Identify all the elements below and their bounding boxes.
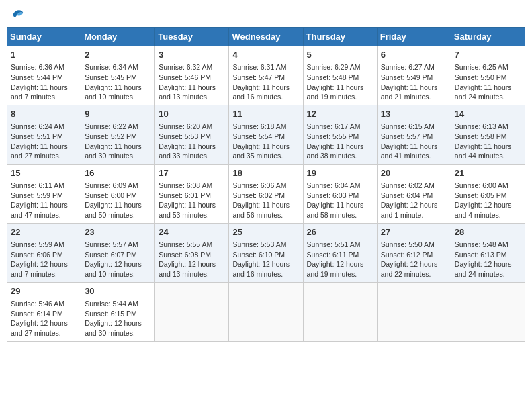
cell-content: Sunrise: 6:15 AMSunset: 5:57 PMDaylight:… bbox=[381, 122, 447, 161]
cell-content: Sunrise: 6:13 AMSunset: 5:58 PMDaylight:… bbox=[455, 122, 521, 161]
cell-content: Sunrise: 6:32 AMSunset: 5:46 PMDaylight:… bbox=[159, 62, 225, 102]
day-number: 17 bbox=[159, 167, 225, 179]
cell-content: Sunrise: 6:34 AMSunset: 5:45 PMDaylight:… bbox=[85, 62, 151, 102]
day-number: 15 bbox=[11, 167, 77, 179]
day-number: 11 bbox=[232, 108, 299, 120]
calendar-cell bbox=[155, 282, 229, 341]
calendar-week-row: 8Sunrise: 6:24 AMSunset: 5:51 PMDaylight… bbox=[7, 105, 525, 164]
day-number: 26 bbox=[307, 226, 373, 238]
cell-content: Sunrise: 6:24 AMSunset: 5:51 PMDaylight:… bbox=[11, 122, 77, 161]
day-of-week-header: Thursday bbox=[303, 28, 377, 46]
cell-content: Sunrise: 6:02 AMSunset: 6:04 PMDaylight:… bbox=[381, 181, 447, 220]
day-number: 7 bbox=[455, 49, 521, 61]
calendar-week-row: 29Sunrise: 5:46 AMSunset: 6:14 PMDayligh… bbox=[7, 282, 525, 341]
day-number: 5 bbox=[307, 49, 373, 61]
cell-content: Sunrise: 6:04 AMSunset: 6:03 PMDaylight:… bbox=[307, 181, 373, 220]
day-number: 12 bbox=[307, 108, 373, 120]
cell-content: Sunrise: 6:17 AMSunset: 5:55 PMDaylight:… bbox=[307, 122, 373, 161]
day-number: 23 bbox=[85, 226, 151, 238]
cell-content: Sunrise: 6:06 AMSunset: 6:02 PMDaylight:… bbox=[232, 181, 299, 220]
calendar-table: SundayMondayTuesdayWednesdayThursdayFrid… bbox=[7, 27, 525, 342]
calendar-cell: 21Sunrise: 6:00 AMSunset: 6:05 PMDayligh… bbox=[451, 164, 525, 223]
calendar-cell: 30Sunrise: 5:44 AMSunset: 6:15 PMDayligh… bbox=[81, 282, 155, 341]
cell-content: Sunrise: 5:55 AMSunset: 6:08 PMDaylight:… bbox=[159, 240, 225, 279]
calendar-cell bbox=[377, 282, 451, 341]
calendar-cell: 16Sunrise: 6:09 AMSunset: 6:00 PMDayligh… bbox=[81, 164, 155, 223]
calendar-week-row: 22Sunrise: 5:59 AMSunset: 6:06 PMDayligh… bbox=[7, 223, 525, 282]
cell-content: Sunrise: 5:48 AMSunset: 6:13 PMDaylight:… bbox=[455, 240, 521, 279]
calendar-cell: 23Sunrise: 5:57 AMSunset: 6:07 PMDayligh… bbox=[81, 223, 155, 282]
cell-content: Sunrise: 6:20 AMSunset: 5:53 PMDaylight:… bbox=[159, 122, 225, 161]
cell-content: Sunrise: 5:53 AMSunset: 6:10 PMDaylight:… bbox=[232, 240, 299, 279]
calendar-cell: 12Sunrise: 6:17 AMSunset: 5:55 PMDayligh… bbox=[303, 105, 377, 164]
calendar-cell: 19Sunrise: 6:04 AMSunset: 6:03 PMDayligh… bbox=[303, 164, 377, 223]
calendar-cell: 2Sunrise: 6:34 AMSunset: 5:45 PMDaylight… bbox=[81, 46, 155, 105]
calendar-cell: 7Sunrise: 6:25 AMSunset: 5:50 PMDaylight… bbox=[451, 46, 525, 105]
calendar-cell: 29Sunrise: 5:46 AMSunset: 6:14 PMDayligh… bbox=[7, 282, 81, 341]
calendar-cell: 13Sunrise: 6:15 AMSunset: 5:57 PMDayligh… bbox=[377, 105, 451, 164]
cell-content: Sunrise: 5:51 AMSunset: 6:11 PMDaylight:… bbox=[307, 240, 373, 279]
day-number: 10 bbox=[159, 108, 225, 120]
day-of-week-header: Tuesday bbox=[155, 28, 229, 46]
day-of-week-header: Wednesday bbox=[229, 28, 303, 46]
cell-content: Sunrise: 6:29 AMSunset: 5:48 PMDaylight:… bbox=[307, 62, 373, 102]
day-number: 20 bbox=[381, 167, 447, 179]
day-number: 16 bbox=[85, 167, 151, 179]
cell-content: Sunrise: 6:11 AMSunset: 5:59 PMDaylight:… bbox=[11, 181, 77, 220]
calendar-cell: 24Sunrise: 5:55 AMSunset: 6:08 PMDayligh… bbox=[155, 223, 229, 282]
day-number: 3 bbox=[159, 49, 225, 61]
page-header bbox=[7, 7, 525, 21]
day-number: 9 bbox=[85, 108, 151, 120]
cell-content: Sunrise: 6:08 AMSunset: 6:01 PMDaylight:… bbox=[159, 181, 225, 220]
day-number: 18 bbox=[232, 167, 299, 179]
day-number: 19 bbox=[307, 167, 373, 179]
day-number: 2 bbox=[85, 49, 151, 61]
cell-content: Sunrise: 6:09 AMSunset: 6:00 PMDaylight:… bbox=[85, 181, 151, 220]
day-number: 25 bbox=[232, 226, 299, 238]
calendar-cell: 1Sunrise: 6:36 AMSunset: 5:44 PMDaylight… bbox=[7, 46, 81, 105]
cell-content: Sunrise: 5:46 AMSunset: 6:14 PMDaylight:… bbox=[11, 299, 77, 338]
day-number: 6 bbox=[381, 49, 447, 61]
cell-content: Sunrise: 6:00 AMSunset: 6:05 PMDaylight:… bbox=[455, 181, 521, 220]
calendar-week-row: 1Sunrise: 6:36 AMSunset: 5:44 PMDaylight… bbox=[7, 46, 525, 105]
day-number: 1 bbox=[11, 49, 77, 61]
day-of-week-header: Sunday bbox=[7, 28, 81, 46]
calendar-cell: 8Sunrise: 6:24 AMSunset: 5:51 PMDaylight… bbox=[7, 105, 81, 164]
calendar-cell bbox=[229, 282, 303, 341]
day-number: 27 bbox=[381, 226, 447, 238]
calendar-cell: 15Sunrise: 6:11 AMSunset: 5:59 PMDayligh… bbox=[7, 164, 81, 223]
cell-content: Sunrise: 5:59 AMSunset: 6:06 PMDaylight:… bbox=[11, 240, 77, 279]
calendar-header-row: SundayMondayTuesdayWednesdayThursdayFrid… bbox=[7, 28, 525, 46]
calendar-week-row: 15Sunrise: 6:11 AMSunset: 5:59 PMDayligh… bbox=[7, 164, 525, 223]
cell-content: Sunrise: 6:31 AMSunset: 5:47 PMDaylight:… bbox=[232, 62, 299, 102]
cell-content: Sunrise: 6:25 AMSunset: 5:50 PMDaylight:… bbox=[455, 62, 521, 102]
calendar-cell: 28Sunrise: 5:48 AMSunset: 6:13 PMDayligh… bbox=[451, 223, 525, 282]
calendar-cell: 6Sunrise: 6:27 AMSunset: 5:49 PMDaylight… bbox=[377, 46, 451, 105]
day-number: 8 bbox=[11, 108, 77, 120]
day-of-week-header: Saturday bbox=[451, 28, 525, 46]
cell-content: Sunrise: 6:18 AMSunset: 5:54 PMDaylight:… bbox=[232, 122, 299, 161]
calendar-cell bbox=[451, 282, 525, 341]
day-number: 22 bbox=[11, 226, 77, 238]
calendar-cell: 20Sunrise: 6:02 AMSunset: 6:04 PMDayligh… bbox=[377, 164, 451, 223]
calendar-cell bbox=[303, 282, 377, 341]
cell-content: Sunrise: 6:27 AMSunset: 5:49 PMDaylight:… bbox=[381, 62, 447, 102]
cell-content: Sunrise: 6:22 AMSunset: 5:52 PMDaylight:… bbox=[85, 122, 151, 161]
day-of-week-header: Friday bbox=[377, 28, 451, 46]
calendar-cell: 10Sunrise: 6:20 AMSunset: 5:53 PMDayligh… bbox=[155, 105, 229, 164]
calendar-cell: 22Sunrise: 5:59 AMSunset: 6:06 PMDayligh… bbox=[7, 223, 81, 282]
day-number: 30 bbox=[85, 285, 151, 298]
logo bbox=[9, 7, 26, 21]
calendar-cell: 11Sunrise: 6:18 AMSunset: 5:54 PMDayligh… bbox=[229, 105, 303, 164]
day-of-week-header: Monday bbox=[81, 28, 155, 46]
logo-bird-icon bbox=[11, 7, 26, 21]
day-number: 4 bbox=[232, 49, 299, 61]
day-number: 28 bbox=[455, 226, 521, 238]
day-number: 13 bbox=[381, 108, 447, 120]
calendar-cell: 14Sunrise: 6:13 AMSunset: 5:58 PMDayligh… bbox=[451, 105, 525, 164]
calendar-cell: 27Sunrise: 5:50 AMSunset: 6:12 PMDayligh… bbox=[377, 223, 451, 282]
calendar-cell: 25Sunrise: 5:53 AMSunset: 6:10 PMDayligh… bbox=[229, 223, 303, 282]
calendar-cell: 4Sunrise: 6:31 AMSunset: 5:47 PMDaylight… bbox=[229, 46, 303, 105]
day-number: 14 bbox=[455, 108, 521, 120]
day-number: 24 bbox=[159, 226, 225, 238]
